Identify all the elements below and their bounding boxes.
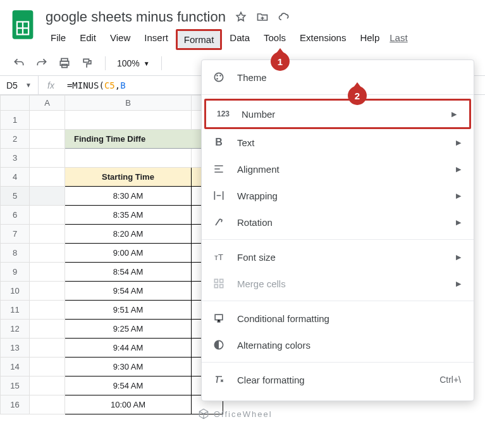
- move-folder-icon[interactable]: [256, 11, 269, 23]
- data-cell[interactable]: 9:51 AM: [65, 301, 192, 320]
- cell[interactable]: [30, 206, 65, 225]
- data-cell[interactable]: 10:00 AM: [65, 395, 192, 414]
- menu-alternating-label: Alternating colors: [237, 340, 461, 351]
- menu-file[interactable]: File: [44, 29, 72, 50]
- menu-text[interactable]: B Text ▶: [202, 129, 474, 156]
- sheet-title-cell[interactable]: Finding Time Diffe: [65, 130, 223, 149]
- row-header[interactable]: 6: [1, 206, 30, 225]
- cell[interactable]: [30, 130, 65, 149]
- col-header-B[interactable]: B: [65, 96, 192, 111]
- merge-icon: [212, 277, 226, 290]
- star-icon[interactable]: [235, 11, 247, 23]
- menu-alternating[interactable]: Alternating colors: [202, 332, 474, 358]
- cell[interactable]: [30, 187, 65, 206]
- row-header[interactable]: 12: [1, 320, 30, 339]
- paint-format-icon[interactable]: [81, 57, 94, 70]
- row-header[interactable]: 11: [1, 301, 30, 320]
- menu-view[interactable]: View: [104, 29, 137, 50]
- data-cell[interactable]: 8:35 AM: [65, 206, 192, 225]
- cell[interactable]: [30, 358, 65, 376]
- formula-input[interactable]: =MINUS(C5,B: [63, 80, 130, 90]
- col-header-A[interactable]: A: [30, 96, 65, 111]
- cell[interactable]: [30, 149, 65, 168]
- menu-merge-label: Merge cells: [237, 278, 445, 289]
- row-header[interactable]: 5: [1, 187, 30, 206]
- row-header[interactable]: 2: [1, 130, 30, 149]
- zoom-select[interactable]: 100% ▼: [117, 58, 150, 68]
- cell[interactable]: [30, 225, 65, 244]
- row-header[interactable]: 15: [1, 376, 30, 395]
- row-header[interactable]: 4: [1, 168, 30, 187]
- name-box[interactable]: D5 ▼: [0, 80, 38, 90]
- cell[interactable]: [30, 301, 65, 320]
- menu-theme[interactable]: Theme: [202, 64, 474, 90]
- cell[interactable]: [30, 320, 65, 339]
- menu-format[interactable]: Format: [178, 31, 221, 48]
- cell[interactable]: [30, 244, 65, 263]
- wrap-icon: [212, 189, 226, 202]
- menu-help[interactable]: Help: [353, 29, 386, 50]
- menu-fontsize[interactable]: тT Font size ▶: [202, 244, 474, 270]
- row-header[interactable]: 14: [1, 358, 30, 376]
- palette-icon: [212, 70, 226, 84]
- menu-tools[interactable]: Tools: [257, 29, 292, 50]
- menu-wrapping[interactable]: Wrapping ▶: [202, 182, 474, 209]
- data-cell[interactable]: 9:00 AM: [65, 244, 192, 263]
- menu-edit[interactable]: Edit: [73, 29, 102, 50]
- menu-data[interactable]: Data: [223, 29, 256, 50]
- app-header: google sheets minus function File Edit V…: [0, 0, 485, 50]
- sheets-logo-icon[interactable]: [9, 6, 37, 43]
- menu-clear[interactable]: Clear formatting Ctrl+\: [202, 366, 474, 393]
- cell[interactable]: [30, 168, 65, 187]
- doc-title[interactable]: google sheets minus function: [46, 9, 226, 25]
- watermark-icon: [197, 408, 210, 420]
- cell[interactable]: [30, 111, 65, 130]
- svg-rect-11: [215, 314, 223, 320]
- zoom-value: 100%: [117, 58, 140, 68]
- cell[interactable]: [65, 149, 192, 168]
- chevron-down-icon: ▼: [144, 60, 150, 67]
- print-icon[interactable]: [58, 57, 71, 70]
- select-all-corner[interactable]: [1, 96, 30, 111]
- row-header[interactable]: 1: [1, 111, 30, 130]
- cloud-status-icon[interactable]: [278, 11, 290, 23]
- data-cell[interactable]: 9:25 AM: [65, 320, 192, 339]
- row-header[interactable]: 16: [1, 395, 30, 414]
- cell[interactable]: [30, 263, 65, 282]
- number-icon: 123: [216, 107, 230, 121]
- cell[interactable]: [30, 395, 65, 414]
- row-header[interactable]: 10: [1, 282, 30, 301]
- menu-last-edit[interactable]: Last: [387, 29, 410, 50]
- data-cell[interactable]: 8:20 AM: [65, 225, 192, 244]
- menu-conditional[interactable]: Conditional formatting: [202, 305, 474, 332]
- menu-alignment[interactable]: Alignment ▶: [202, 156, 474, 182]
- menubar: File Edit View Insert Format Data Tools …: [44, 27, 476, 50]
- menu-insert[interactable]: Insert: [138, 29, 175, 50]
- fontsize-icon: тT: [212, 250, 226, 264]
- data-cell[interactable]: 8:54 AM: [65, 263, 192, 282]
- menu-number[interactable]: 123 Number ▶: [206, 101, 469, 127]
- cell[interactable]: [30, 282, 65, 301]
- cell[interactable]: [65, 111, 192, 130]
- redo-icon[interactable]: [35, 57, 48, 70]
- cell[interactable]: [30, 339, 65, 358]
- data-cell[interactable]: 9:30 AM: [65, 358, 192, 376]
- row-header[interactable]: 8: [1, 244, 30, 263]
- undo-icon[interactable]: [13, 57, 25, 70]
- row-header[interactable]: 7: [1, 225, 30, 244]
- menu-alignment-label: Alignment: [237, 164, 445, 175]
- data-cell[interactable]: 9:44 AM: [65, 339, 192, 358]
- formula-prefix: =MINUS(: [67, 80, 104, 90]
- row-header[interactable]: 3: [1, 149, 30, 168]
- data-cell[interactable]: 8:30 AM: [65, 187, 192, 206]
- row-header[interactable]: 9: [1, 263, 30, 282]
- data-cell[interactable]: 9:54 AM: [65, 282, 192, 301]
- cell[interactable]: [30, 376, 65, 395]
- chevron-right-icon: ▶: [456, 253, 461, 261]
- data-cell[interactable]: 9:54 AM: [65, 376, 192, 395]
- fx-label: fx: [38, 76, 63, 94]
- menu-extensions[interactable]: Extensions: [293, 29, 352, 50]
- row-header[interactable]: 13: [1, 339, 30, 358]
- column-header-cell[interactable]: Starting Time: [65, 168, 192, 187]
- menu-rotation[interactable]: Rotation ▶: [202, 209, 474, 235]
